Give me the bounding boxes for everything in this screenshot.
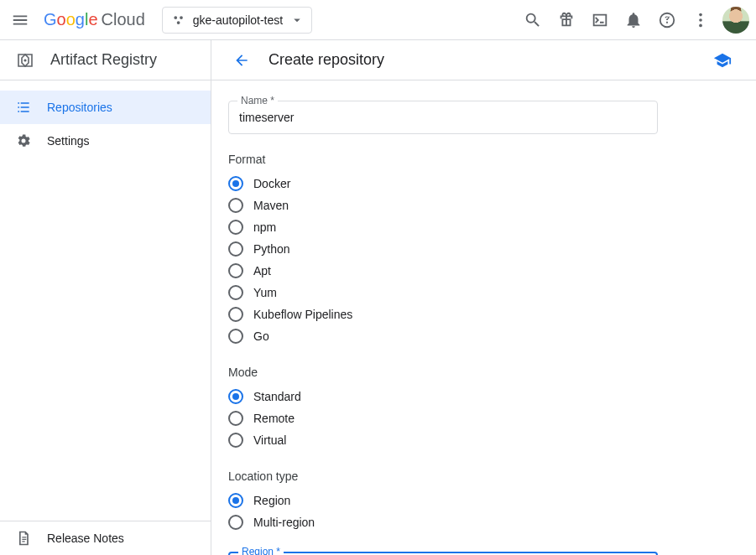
gear-icon (15, 132, 32, 149)
radio-label: Python (253, 242, 290, 256)
format-radio-npm[interactable]: npm (228, 216, 658, 238)
search-icon (524, 11, 542, 29)
svg-point-0 (174, 16, 177, 19)
radio-ring (228, 285, 243, 300)
format-radio-apt[interactable]: Apt (228, 260, 658, 282)
location-type-radio-region[interactable]: Region (228, 490, 658, 511)
sidebar-item-settings[interactable]: Settings (0, 124, 211, 158)
product-header[interactable]: Artifact Registry (0, 40, 211, 80)
format-radio-maven[interactable]: Maven (228, 195, 658, 216)
sidebar-item-release-notes[interactable]: Release Notes (0, 521, 211, 555)
sidebar-item-label: Release Notes (47, 532, 124, 545)
project-name: gke-autopilot-test (193, 13, 283, 27)
mode-radio-standard[interactable]: Standard (228, 386, 658, 407)
radio-ring (228, 307, 243, 322)
format-radio-group: DockerMavennpmPythonAptYumKubeflow Pipel… (228, 173, 658, 347)
region-label: Region * (238, 546, 284, 555)
radio-label: Maven (253, 199, 289, 212)
sidebar-item-repositories[interactable]: Repositories (0, 91, 211, 124)
sidebar: Artifact Registry Repositories Settings … (0, 40, 211, 555)
svg-point-4 (699, 18, 702, 22)
radio-ring (228, 329, 243, 344)
location-type-title: Location type (228, 469, 658, 483)
radio-label: Apt (253, 264, 271, 278)
page-title: Create repository (269, 51, 692, 69)
project-selector[interactable]: gke-autopilot-test (162, 7, 312, 34)
page-header: Create repository (211, 40, 756, 80)
chevron-down-icon (289, 13, 305, 28)
arrow-back-icon (233, 51, 250, 70)
learn-icon (713, 51, 732, 70)
radio-ring (228, 176, 243, 191)
more-button[interactable] (684, 3, 717, 37)
cloud-shell-icon (591, 11, 609, 29)
sidebar-nav: Repositories Settings (0, 80, 211, 521)
format-radio-yum[interactable]: Yum (228, 282, 658, 303)
radio-ring (228, 389, 243, 404)
radio-ring (228, 263, 243, 278)
list-icon (15, 99, 32, 116)
radio-label: Remote (253, 412, 295, 425)
help-icon (658, 11, 676, 29)
hamburger-icon (11, 11, 29, 29)
location-type-radio-multi-region[interactable]: Multi-region (228, 511, 658, 533)
svg-point-5 (699, 23, 702, 27)
format-radio-python[interactable]: Python (228, 238, 658, 260)
location-type-radio-group: RegionMulti-region (228, 490, 658, 533)
radio-label: Virtual (253, 433, 286, 447)
radio-ring (228, 493, 243, 508)
learn-button[interactable] (706, 44, 739, 77)
help-button[interactable] (650, 3, 684, 37)
gift-icon (557, 11, 576, 29)
mode-radio-virtual[interactable]: Virtual (228, 429, 658, 451)
radio-ring (228, 411, 243, 426)
radio-label: Region (253, 494, 290, 507)
radio-label: Docker (253, 177, 290, 190)
format-radio-docker[interactable]: Docker (228, 173, 658, 195)
cloud-shell-button[interactable] (583, 3, 617, 37)
mode-title: Mode (228, 366, 658, 379)
svg-point-3 (699, 13, 702, 16)
format-radio-go[interactable]: Go (228, 325, 658, 347)
name-input[interactable] (229, 111, 657, 124)
logo-cloud: Cloud (102, 10, 145, 29)
notifications-button[interactable] (617, 3, 650, 37)
logo-google: Google (44, 10, 98, 29)
format-radio-kubeflow-pipelines[interactable]: Kubeflow Pipelines (228, 303, 658, 325)
product-title: Artifact Registry (50, 51, 157, 69)
radio-label: Multi-region (253, 516, 315, 529)
mode-radio-group: StandardRemoteVirtual (228, 386, 658, 451)
artifact-registry-icon (15, 50, 35, 70)
form-content: Name * Format DockerMavennpmPythonAptYum… (211, 80, 756, 555)
radio-ring (228, 220, 243, 235)
name-label: Name * (237, 95, 278, 106)
sidebar-item-label: Settings (47, 134, 90, 148)
topbar: Google Cloud gke-autopilot-test (0, 0, 756, 40)
name-field[interactable]: Name * (228, 101, 658, 134)
radio-ring (228, 433, 243, 448)
radio-label: npm (253, 220, 276, 234)
logo-google-cloud[interactable]: Google Cloud (44, 10, 145, 29)
radio-ring (228, 241, 243, 257)
hamburger-menu-button[interactable] (3, 3, 37, 37)
back-button[interactable] (228, 47, 255, 74)
more-vert-icon (691, 11, 710, 29)
main-panel: Create repository Name * Format DockerMa… (211, 40, 756, 555)
sidebar-item-label: Repositories (47, 101, 112, 114)
bell-icon (624, 11, 643, 29)
mode-radio-remote[interactable]: Remote (228, 407, 658, 429)
svg-point-1 (180, 16, 183, 19)
format-title: Format (228, 153, 658, 166)
svg-point-6 (23, 59, 26, 61)
radio-label: Kubeflow Pipelines (253, 308, 352, 321)
radio-label: Go (253, 329, 269, 343)
radio-ring (228, 515, 243, 530)
radio-ring (228, 198, 243, 213)
region-select[interactable]: Region * us-west1 (Oregon) (228, 552, 658, 555)
svg-point-2 (177, 21, 180, 24)
account-avatar[interactable] (722, 7, 749, 34)
radio-label: Standard (253, 390, 301, 403)
search-button[interactable] (516, 3, 550, 37)
radio-label: Yum (253, 286, 277, 299)
free-trial-button[interactable] (550, 3, 583, 37)
